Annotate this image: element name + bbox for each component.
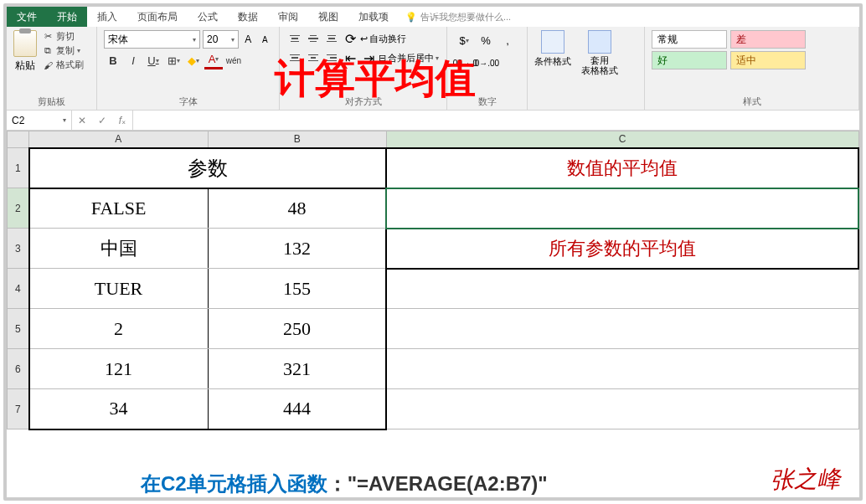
menubar: 文件 开始 插入 页面布局 公式 数据 审阅 视图 加载项 💡 告诉我您想要做什… (7, 7, 859, 27)
increase-font-button[interactable]: A (241, 30, 255, 49)
font-size-value: 20 (207, 33, 218, 45)
orientation-button[interactable]: ⟳ (342, 30, 358, 47)
style-neutral[interactable]: 适中 (730, 51, 806, 69)
name-box[interactable]: C2▾ (7, 111, 72, 130)
format-as-table-button[interactable]: 套用 表格格式 (581, 30, 618, 75)
cell-b5[interactable]: 250 (208, 309, 386, 349)
col-header-c[interactable]: C (386, 131, 858, 148)
underline-button[interactable]: U▾ (144, 51, 162, 69)
border-button[interactable]: ⊞▾ (164, 51, 183, 69)
align-center-button[interactable] (305, 49, 322, 66)
menu-home[interactable]: 开始 (47, 7, 87, 27)
menu-review[interactable]: 审阅 (268, 7, 308, 27)
increase-decimal-button[interactable]: .00→.0 (454, 53, 474, 73)
font-name-dropdown[interactable]: 宋体▾ (104, 30, 200, 49)
italic-button[interactable]: I (124, 51, 142, 69)
cell-c4[interactable] (386, 269, 858, 309)
styles-group: 常规 差 好 适中 样式 (645, 27, 859, 110)
row-header-4[interactable]: 4 (8, 269, 29, 309)
menu-layout[interactable]: 页面布局 (127, 7, 188, 27)
cell-a5[interactable]: 2 (29, 309, 208, 349)
style-good[interactable]: 好 (652, 51, 727, 69)
insert-function-button[interactable]: fₓ (112, 115, 132, 126)
percent-format-button[interactable]: % (476, 30, 496, 50)
footer-formula: "=AVERAGE(A2:B7)" (348, 472, 548, 496)
col-header-b[interactable]: B (208, 131, 386, 148)
font-size-dropdown[interactable]: 20▾ (203, 30, 238, 49)
cell-c2[interactable] (386, 188, 858, 229)
decrease-font-button[interactable]: A (258, 30, 272, 49)
brush-icon: 🖌 (42, 59, 54, 71)
cell-a6[interactable]: 121 (29, 349, 208, 389)
conditional-format-button[interactable]: 条件格式 (534, 30, 571, 75)
menu-file[interactable]: 文件 (7, 7, 47, 27)
accounting-format-button[interactable]: $▾ (454, 30, 474, 50)
row-header-6[interactable]: 6 (8, 349, 29, 389)
ribbon: 粘贴 ✂剪切 ⧉复制▾ 🖌格式刷 剪贴板 宋体▾ 20▾ A A (7, 27, 859, 111)
wrap-label: 自动换行 (369, 33, 406, 45)
row-header-1[interactable]: 1 (8, 148, 29, 188)
style-normal[interactable]: 常规 (652, 30, 727, 49)
bold-button[interactable]: B (104, 51, 122, 69)
fill-color-button[interactable]: ◆▾ (184, 51, 203, 69)
menu-addins[interactable]: 加载项 (348, 7, 399, 27)
cell-a7[interactable]: 34 (29, 389, 208, 429)
wrap-text-button[interactable]: ↩自动换行 (360, 30, 406, 47)
cell-b7[interactable]: 444 (208, 389, 386, 429)
style-bad[interactable]: 差 (730, 30, 806, 49)
align-bottom-button[interactable] (323, 30, 340, 47)
cell-c1[interactable]: 数值的平均值 (386, 148, 858, 188)
increase-indent-button[interactable]: ⇥ (360, 49, 377, 66)
cancel-formula-button[interactable]: ✕ (72, 115, 92, 126)
row-header-3[interactable]: 3 (8, 229, 29, 269)
conditional-format-group: 条件格式 套用 表格格式 (528, 27, 645, 110)
copy-button[interactable]: ⧉复制▾ (42, 44, 84, 57)
cond-fmt-icon (541, 30, 564, 54)
menu-view[interactable]: 视图 (308, 7, 348, 27)
formula-bar: C2▾ ✕ ✓ fₓ (7, 111, 859, 131)
menu-insert[interactable]: 插入 (87, 7, 127, 27)
col-header-a[interactable]: A (29, 131, 208, 148)
table-fmt-icon (588, 30, 611, 54)
cell-a3[interactable]: 中国 (29, 229, 208, 269)
cell-c6[interactable] (386, 349, 858, 389)
align-middle-button[interactable] (305, 30, 322, 47)
cell-c5[interactable] (386, 309, 858, 349)
cell-a1-b1[interactable]: 参数 (29, 148, 387, 188)
confirm-formula-button[interactable]: ✓ (92, 115, 112, 126)
merge-center-button[interactable]: ⊟合并后居中▾ (379, 49, 439, 66)
cell-b4[interactable]: 155 (208, 269, 386, 309)
select-all-corner[interactable] (8, 131, 29, 148)
formula-input[interactable] (133, 111, 859, 130)
row-header-7[interactable]: 7 (8, 389, 29, 429)
row-header-5[interactable]: 5 (8, 309, 29, 349)
cut-button[interactable]: ✂剪切 (42, 30, 84, 43)
phonetic-button[interactable]: wén (224, 51, 243, 69)
cell-c7[interactable] (386, 389, 858, 429)
paste-label: 粘贴 (15, 59, 35, 73)
menu-formulas[interactable]: 公式 (188, 7, 228, 27)
paste-button[interactable]: 粘贴 (13, 30, 37, 73)
worksheet-grid[interactable]: A B C 1 参数 数值的平均值 2 FALSE 48 3 中国 132 所有… (7, 131, 859, 501)
number-group-label: 数字 (454, 94, 520, 108)
cell-a4[interactable]: TUER (29, 269, 208, 309)
decrease-decimal-button[interactable]: .0→.00 (476, 53, 496, 73)
cell-b3[interactable]: 132 (208, 229, 386, 269)
align-right-button[interactable] (323, 49, 340, 66)
decrease-indent-button[interactable]: ⇤ (342, 49, 358, 66)
alignment-group-label: 对齐方式 (286, 94, 440, 108)
number-group: $▾ % , .00→.0 .0→.00 数字 (447, 27, 528, 110)
font-color-button[interactable]: A▾ (204, 51, 223, 69)
align-left-button[interactable] (286, 49, 303, 66)
cell-a2[interactable]: FALSE (29, 188, 208, 229)
comma-format-button[interactable]: , (497, 30, 518, 50)
cell-c3[interactable]: 所有参数的平均值 (386, 229, 858, 269)
cell-b6[interactable]: 321 (208, 349, 386, 389)
cell-b2[interactable]: 48 (208, 188, 386, 229)
format-painter-button[interactable]: 🖌格式刷 (42, 59, 84, 71)
row-header-2[interactable]: 2 (8, 188, 29, 229)
align-top-button[interactable] (286, 30, 303, 47)
menu-data[interactable]: 数据 (228, 7, 268, 27)
tell-me[interactable]: 💡 告诉我您想要做什么... (405, 7, 511, 27)
clipboard-group: 粘贴 ✂剪切 ⧉复制▾ 🖌格式刷 剪贴板 (7, 27, 97, 110)
